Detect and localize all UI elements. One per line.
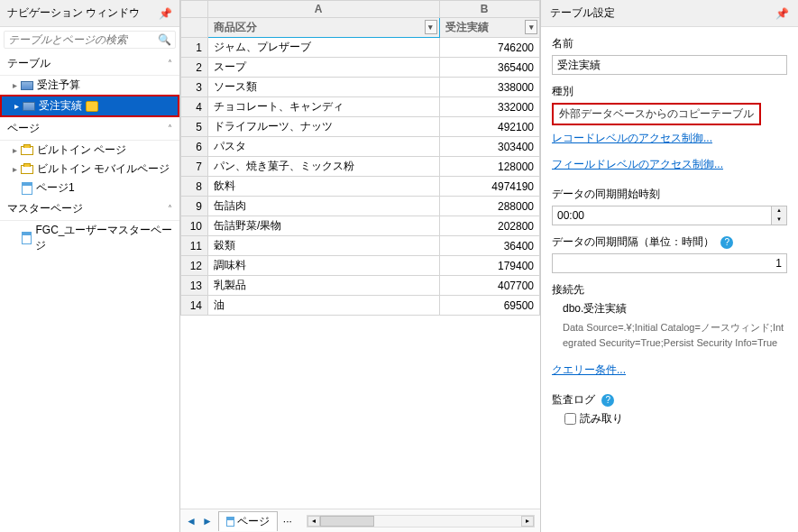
horizontal-scrollbar[interactable]: ◂ ▸ xyxy=(307,515,535,527)
cell-value[interactable]: 202800 xyxy=(439,216,539,236)
cell-category[interactable]: 油 xyxy=(208,296,440,316)
cell-category[interactable]: ドライフルーツ、ナッツ xyxy=(208,117,440,137)
table-row[interactable]: 13乳製品407700 xyxy=(181,276,540,296)
cell-category[interactable]: パン、焼き菓子、ミックス粉 xyxy=(208,157,440,177)
cell-value[interactable]: 69500 xyxy=(439,296,539,316)
table-row[interactable]: 14油69500 xyxy=(181,296,540,316)
chevron-up-icon[interactable]: ˄ xyxy=(168,204,172,214)
dropdown-icon[interactable]: ▾ xyxy=(425,20,437,34)
spin-up-icon[interactable]: ▲ xyxy=(772,206,786,216)
scroll-left-icon[interactable]: ◂ xyxy=(307,516,320,527)
tab-overflow-icon[interactable]: ··· xyxy=(283,515,292,527)
cell-category[interactable]: チョコレート、キャンディ xyxy=(208,97,440,117)
cell-category[interactable]: パスタ xyxy=(208,137,440,157)
chevron-right-icon[interactable]: ▸ xyxy=(14,101,19,111)
spinner-buttons[interactable]: ▲▼ xyxy=(772,206,787,225)
help-icon[interactable]: ? xyxy=(720,236,733,249)
row-number[interactable]: 12 xyxy=(181,256,208,276)
row-number[interactable]: 3 xyxy=(181,78,208,97)
cell-value[interactable]: 36400 xyxy=(439,236,539,256)
tree-item-builtin-mobile[interactable]: ▸ ビルトイン モバイルページ xyxy=(0,160,179,179)
cell-category[interactable]: 乳製品 xyxy=(208,276,440,296)
audit-read-input[interactable] xyxy=(564,413,576,425)
row-number[interactable]: 5 xyxy=(181,117,208,137)
cell-value[interactable]: 492100 xyxy=(439,117,539,137)
chevron-up-icon[interactable]: ˄ xyxy=(168,124,172,133)
search-icon[interactable]: 🔍 xyxy=(158,33,171,46)
tree-item-builtin-pages[interactable]: ▸ ビルトイン ページ xyxy=(0,141,179,160)
scroll-thumb[interactable] xyxy=(320,516,374,527)
table-row[interactable]: 7パン、焼き菓子、ミックス粉128000 xyxy=(181,157,540,177)
table-row[interactable]: 1ジャム、プレザーブ746200 xyxy=(181,38,540,58)
col-header-a-letter[interactable]: A xyxy=(208,1,440,18)
grid-wrap[interactable]: A B 商品区分 ▾ 受注実績 ▾ 1ジャム、プレザーブ7462002スープ36… xyxy=(180,0,540,509)
scroll-right-icon[interactable]: ▸ xyxy=(521,516,534,527)
tab-next-icon[interactable]: ► xyxy=(202,515,213,527)
cell-value[interactable]: 365400 xyxy=(439,58,539,78)
section-pages[interactable]: ページ ˄ xyxy=(0,117,179,141)
nav-search[interactable]: 🔍 xyxy=(4,31,176,49)
table-row[interactable]: 3ソース類338000 xyxy=(181,78,540,97)
sync-interval-input[interactable] xyxy=(552,253,787,273)
data-grid[interactable]: A B 商品区分 ▾ 受注実績 ▾ 1ジャム、プレザーブ7462002スープ36… xyxy=(180,0,540,316)
chevron-right-icon[interactable]: ▸ xyxy=(13,164,17,174)
pin-icon[interactable]: 📌 xyxy=(775,7,789,20)
row-number[interactable]: 4 xyxy=(181,97,208,117)
cell-category[interactable]: 缶詰肉 xyxy=(208,197,440,216)
table-row[interactable]: 10缶詰野菜/果物202800 xyxy=(181,216,540,236)
cell-category[interactable]: ジャム、プレザーブ xyxy=(208,38,440,58)
row-number[interactable]: 11 xyxy=(181,236,208,256)
table-row[interactable]: 8飲料4974190 xyxy=(181,177,540,197)
cell-value[interactable]: 338000 xyxy=(439,78,539,97)
tree-item-actual[interactable]: ▸ 受注実績 xyxy=(0,95,179,117)
row-number[interactable]: 9 xyxy=(181,197,208,216)
record-access-link[interactable]: レコードレベルのアクセス制御... xyxy=(552,131,712,146)
cell-category[interactable]: スープ xyxy=(208,58,440,78)
row-number[interactable]: 14 xyxy=(181,296,208,316)
cell-value[interactable]: 746200 xyxy=(439,38,539,58)
row-number[interactable]: 8 xyxy=(181,177,208,197)
chevron-right-icon[interactable]: ▸ xyxy=(13,80,17,90)
row-number[interactable]: 13 xyxy=(181,276,208,296)
cell-value[interactable]: 288000 xyxy=(439,197,539,216)
grid-corner[interactable] xyxy=(181,1,208,18)
section-tables[interactable]: テーブル ˄ xyxy=(0,52,179,76)
name-input[interactable] xyxy=(552,55,787,75)
cell-value[interactable]: 179400 xyxy=(439,256,539,276)
table-row[interactable]: 11穀類36400 xyxy=(181,236,540,256)
tree-item-page1[interactable]: ページ1 xyxy=(0,179,179,197)
sync-start-field[interactable]: ▲▼ xyxy=(552,206,787,225)
field-access-link[interactable]: フィールドレベルのアクセス制御... xyxy=(552,157,723,172)
query-condition-link[interactable]: クエリー条件... xyxy=(552,362,626,378)
cell-value[interactable]: 128000 xyxy=(439,157,539,177)
table-row[interactable]: 6パスタ303400 xyxy=(181,137,540,157)
audit-read-checkbox[interactable]: 読み取り xyxy=(564,411,787,427)
cell-value[interactable]: 332000 xyxy=(439,97,539,117)
cell-value[interactable]: 407700 xyxy=(439,276,539,296)
cell-category[interactable]: 缶詰野菜/果物 xyxy=(208,216,440,236)
chevron-up-icon[interactable]: ˄ xyxy=(168,59,172,69)
col-header-a[interactable]: 商品区分 ▾ xyxy=(208,18,440,38)
spin-down-icon[interactable]: ▼ xyxy=(772,216,786,225)
sync-start-input[interactable] xyxy=(552,206,772,225)
row-number[interactable]: 2 xyxy=(181,58,208,78)
tree-item-budget[interactable]: ▸ 受注予算 xyxy=(0,76,179,95)
dropdown-icon[interactable]: ▾ xyxy=(525,20,537,34)
cell-category[interactable]: 調味料 xyxy=(208,256,440,276)
row-number[interactable]: 10 xyxy=(181,216,208,236)
pin-icon[interactable]: 📌 xyxy=(159,7,172,20)
row-number[interactable]: 6 xyxy=(181,137,208,157)
cell-category[interactable]: 穀類 xyxy=(208,236,440,256)
tab-prev-icon[interactable]: ◄ xyxy=(186,515,197,527)
row-number[interactable]: 1 xyxy=(181,38,208,58)
chevron-right-icon[interactable]: ▸ xyxy=(13,145,17,155)
row-number[interactable]: 7 xyxy=(181,157,208,177)
table-row[interactable]: 12調味料179400 xyxy=(181,256,540,276)
sheet-tab[interactable]: ページ xyxy=(218,511,278,531)
tree-item-master[interactable]: FGC_ユーザーマスターページ xyxy=(0,221,179,255)
cell-category[interactable]: ソース類 xyxy=(208,78,440,97)
table-row[interactable]: 5ドライフルーツ、ナッツ492100 xyxy=(181,117,540,137)
help-icon[interactable]: ? xyxy=(601,394,614,407)
cell-value[interactable]: 4974190 xyxy=(439,177,539,197)
col-header-b-letter[interactable]: B xyxy=(439,1,539,18)
